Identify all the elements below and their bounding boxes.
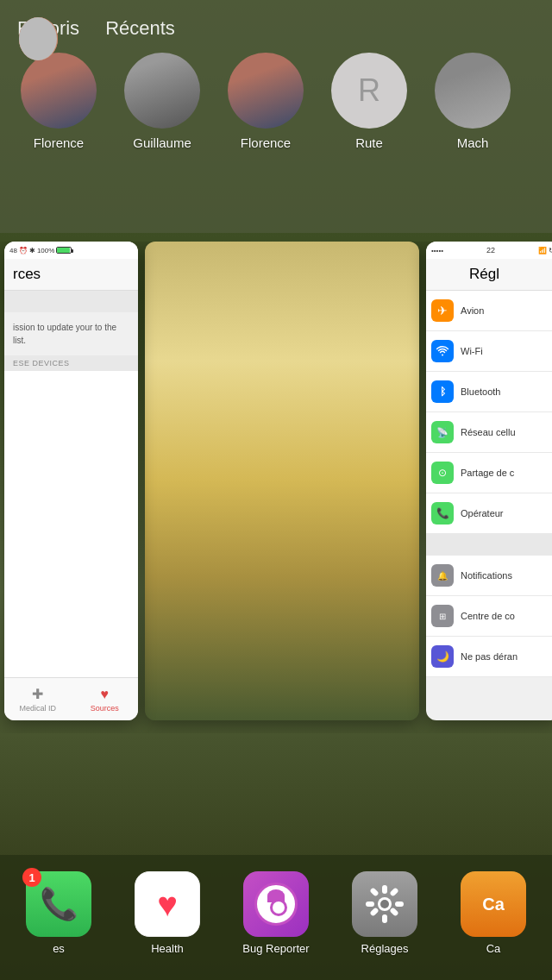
phone-icon: 📞 1 bbox=[26, 871, 91, 937]
wifi-icon-3: 📶 bbox=[538, 247, 547, 254]
contacts-row: Florence Guillaume Florence R Rute Mach bbox=[0, 53, 552, 150]
tab-recents[interactable]: Récents bbox=[105, 17, 175, 40]
permission-line1: ission to update your to the list. bbox=[13, 323, 116, 345]
wifi-label: Wi-Fi bbox=[461, 346, 483, 356]
bluetooth-label: Bluetooth bbox=[461, 386, 500, 397]
contacts-tabs: Favoris Récents bbox=[0, 17, 552, 40]
centre-icon: ⊞ bbox=[431, 605, 454, 627]
bluetooth-icon: ᛒ bbox=[431, 380, 454, 403]
phone-glyph: 📞 bbox=[40, 886, 78, 922]
battery-bar-1 bbox=[56, 247, 72, 254]
status-bar-3: ••••• 22 📶 ↻ bbox=[426, 242, 552, 259]
avion-label: Avion bbox=[461, 305, 484, 316]
notif-icon: 🔔 bbox=[431, 564, 454, 587]
bug-label: Bug Reporter bbox=[242, 942, 309, 955]
bt-icon-1: ✱ bbox=[29, 247, 35, 254]
health-label: Health bbox=[151, 942, 184, 955]
reglages-label: Réglages bbox=[361, 942, 409, 955]
contact-name-florence2: Florence bbox=[241, 135, 291, 150]
contact-name-mach: Mach bbox=[457, 135, 489, 150]
bug-reporter-icon bbox=[243, 871, 309, 937]
dock-item-reglages[interactable]: Réglages bbox=[342, 871, 428, 955]
svg-rect-9 bbox=[369, 907, 379, 916]
card-reglages[interactable]: ••••• 22 📶 ↻ Régl ✈ Avion bbox=[426, 242, 552, 720]
bug-art bbox=[254, 883, 298, 926]
rute-letter: R bbox=[358, 72, 380, 109]
health-icon-container: ♥ bbox=[135, 871, 200, 937]
svg-rect-2 bbox=[382, 885, 387, 894]
phone-badge: 1 bbox=[22, 868, 41, 887]
sync-icon-3: ↻ bbox=[549, 247, 552, 254]
battery-text-1: 100% bbox=[37, 247, 54, 254]
dock-item-health[interactable]: ♥ Health bbox=[124, 871, 210, 955]
settings-item-centre[interactable]: ⊞ Centre de co bbox=[426, 596, 552, 637]
settings-divider-1 bbox=[426, 534, 552, 556]
ca-label: Ca bbox=[486, 942, 501, 955]
settings-item-partage[interactable]: ⊙ Partage de c bbox=[426, 453, 552, 493]
ca-letter: Ca bbox=[482, 895, 505, 914]
nepasd-label: Ne pas déran bbox=[461, 651, 518, 662]
card-photo[interactable] bbox=[145, 242, 419, 720]
settings-item-avion[interactable]: ✈ Avion bbox=[426, 291, 552, 331]
svg-rect-5 bbox=[395, 901, 404, 907]
card1-footer: ✚ Medical ID ♥ Sources bbox=[4, 677, 138, 720]
medicalid-icon: ✚ bbox=[32, 686, 43, 702]
settings-list: ✈ Avion Wi-Fi ᛒ Bluetooth bbox=[426, 291, 552, 677]
contact-rute[interactable]: R Rute bbox=[317, 53, 421, 150]
section-text: ESE DEVICES bbox=[13, 359, 70, 368]
settings-item-wifi[interactable]: Wi-Fi bbox=[426, 331, 552, 372]
card1-permission-text: ission to update your to the list. bbox=[4, 312, 138, 355]
heart-icon: ♥ bbox=[157, 885, 178, 924]
settings-item-operateur[interactable]: 📞 Opérateur bbox=[426, 493, 552, 534]
dock-item-phone[interactable]: 📞 1 es bbox=[16, 871, 102, 955]
dock-item-bug[interactable]: Bug Reporter bbox=[233, 871, 319, 955]
partage-icon: ⊙ bbox=[431, 462, 454, 484]
wifi-icon bbox=[431, 340, 454, 362]
settings-item-nepasd[interactable]: 🌙 Ne pas déran bbox=[426, 637, 552, 677]
operateur-label: Opérateur bbox=[461, 508, 504, 518]
contact-florence2[interactable]: Florence bbox=[214, 53, 317, 150]
footer-sources[interactable]: ♥ Sources bbox=[72, 678, 139, 720]
centre-label: Centre de co bbox=[461, 611, 515, 621]
sources-label: Sources bbox=[91, 704, 119, 713]
settings-item-notif[interactable]: 🔔 Notifications bbox=[426, 556, 552, 596]
settings-item-bluetooth[interactable]: ᛒ Bluetooth bbox=[426, 372, 552, 412]
reglages-icon bbox=[352, 871, 417, 937]
partage-label: Partage de c bbox=[461, 468, 514, 478]
footer-medicalid[interactable]: ✚ Medical ID bbox=[4, 678, 72, 720]
medicalid-label: Medical ID bbox=[19, 704, 56, 713]
card3-header-text: Régl bbox=[469, 266, 499, 282]
card1-main-area bbox=[4, 371, 138, 690]
avion-icon: ✈ bbox=[431, 299, 454, 322]
svg-rect-6 bbox=[369, 887, 379, 896]
dock-item-ca[interactable]: Ca Ca bbox=[450, 871, 536, 955]
contacts-section: Favoris Récents Florence Guillaume Flore… bbox=[0, 0, 552, 233]
settings-item-reseau[interactable]: 📡 Réseau cellu bbox=[426, 412, 552, 453]
status-right-3: 📶 ↻ bbox=[538, 247, 552, 254]
contact-guillaume[interactable]: Guillaume bbox=[110, 53, 214, 150]
contact-florence1[interactable]: Florence bbox=[7, 53, 110, 150]
cards-section: 48 ⏰ ✱ 100% rces ission to update your t… bbox=[0, 242, 552, 733]
status-left-1: 48 ⏰ ✱ 100% bbox=[9, 247, 72, 254]
status-dots-3: ••••• bbox=[431, 247, 443, 254]
avatar-florence2 bbox=[228, 53, 304, 129]
contact-name-rute: Rute bbox=[355, 135, 383, 150]
svg-rect-8 bbox=[389, 887, 398, 896]
notif-label: Notifications bbox=[461, 570, 512, 581]
time-left-1: 48 bbox=[9, 247, 17, 254]
card-sources[interactable]: 48 ⏰ ✱ 100% rces ission to update your t… bbox=[4, 242, 138, 720]
avatar-florence1 bbox=[21, 53, 97, 129]
status-time-3: 22 bbox=[486, 246, 495, 254]
ca-icon: Ca bbox=[461, 871, 526, 937]
svg-rect-4 bbox=[366, 901, 374, 907]
contact-mach[interactable]: Mach bbox=[421, 53, 524, 150]
card1-header-bar: rces bbox=[4, 259, 138, 291]
dock: 📞 1 es ♥ Health Bug Reporter bbox=[0, 855, 552, 980]
avatar-rute: R bbox=[331, 53, 407, 129]
svg-point-1 bbox=[380, 900, 389, 908]
contact-name-guillaume: Guillaume bbox=[133, 135, 191, 150]
svg-rect-7 bbox=[389, 907, 398, 916]
contact-name-florence1: Florence bbox=[34, 135, 84, 150]
operateur-icon: 📞 bbox=[431, 502, 454, 525]
reseau-label: Réseau cellu bbox=[461, 427, 516, 437]
